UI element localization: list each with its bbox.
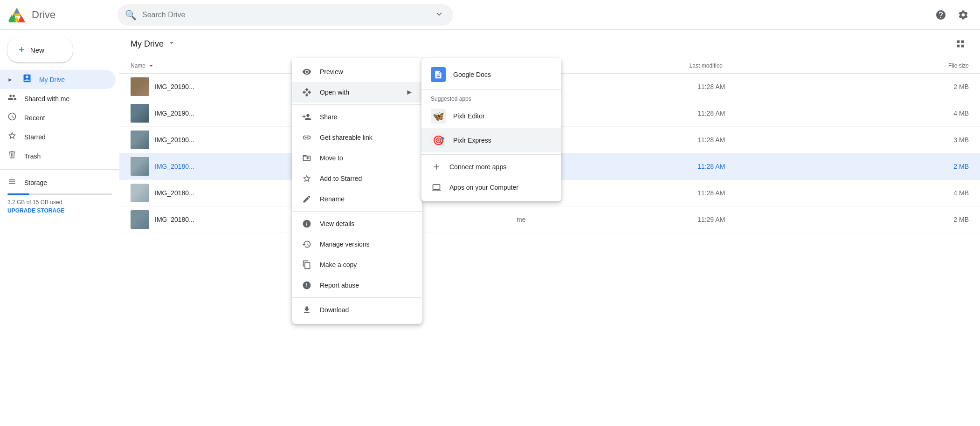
- search-icon: 🔍: [125, 9, 137, 21]
- suggested-apps-label: Suggested apps: [421, 92, 561, 104]
- trash-icon: [7, 150, 17, 162]
- pixlr-editor-label: Pixlr Editor: [453, 112, 485, 120]
- submenu-chevron-icon: ►: [406, 88, 413, 96]
- file-size: 2 MB: [878, 216, 969, 223]
- file-owner: me: [517, 216, 697, 223]
- new-button-label: New: [30, 46, 44, 54]
- file-thumbnail: [131, 184, 149, 202]
- sidebar-item-trash-label: Trash: [24, 152, 41, 160]
- storage-used-text: 3.2 GB of 15 GB used: [7, 199, 112, 206]
- menu-divider-2: [292, 211, 422, 212]
- storage-bar-background: [7, 193, 112, 195]
- report-icon: [301, 280, 312, 291]
- file-thumbnail: [131, 157, 149, 176]
- context-menu-manage-versions[interactable]: Manage versions: [292, 234, 422, 254]
- context-menu-make-copy[interactable]: Make a copy: [292, 254, 422, 275]
- storage-section: Storage 3.2 GB of 15 GB used UPGRADE STO…: [0, 173, 119, 218]
- sidebar-item-recent-label: Recent: [24, 114, 45, 122]
- drive-title-dropdown[interactable]: [167, 39, 176, 49]
- file-modified: 11:28 AM: [697, 189, 878, 197]
- rename-label: Rename: [320, 195, 413, 203]
- move-to-label: Move to: [320, 154, 413, 162]
- plus-icon: +: [19, 44, 25, 56]
- file-modified: 11:29 AM: [697, 216, 878, 223]
- context-menu-view-details[interactable]: View details: [292, 213, 422, 234]
- file-thumbnail: [131, 77, 149, 96]
- submenu-pixlr-express[interactable]: 🎯 Pixlr Express: [421, 128, 561, 152]
- upgrade-storage-link[interactable]: UPGRADE STORAGE: [7, 207, 112, 214]
- chevron-icon: ►: [7, 76, 13, 83]
- sidebar-item-my-drive[interactable]: ► My Drive: [0, 70, 116, 89]
- submenu-top-divider: [421, 89, 561, 90]
- menu-divider-1: [292, 104, 422, 105]
- sidebar-item-shared[interactable]: Shared with me: [0, 89, 116, 108]
- report-abuse-label: Report abuse: [320, 282, 413, 289]
- context-menu-open-with[interactable]: Open with ►: [292, 82, 422, 103]
- sidebar-item-shared-label: Shared with me: [24, 95, 69, 103]
- submenu-pixlr-editor[interactable]: 🦋 Pixlr Editor: [421, 104, 561, 128]
- preview-label: Preview: [320, 68, 413, 76]
- context-menu-share[interactable]: Share: [292, 107, 422, 127]
- storage-label: Storage: [7, 177, 112, 188]
- add-starred-label: Add to Starred: [320, 175, 413, 182]
- submenu-computer-apps[interactable]: Apps on your Computer: [421, 177, 561, 198]
- context-menu-download[interactable]: Download: [292, 300, 422, 320]
- context-menu-preview[interactable]: Preview: [292, 62, 422, 82]
- connect-apps-label: Connect more apps: [449, 163, 506, 171]
- pixlr-express-label: Pixlr Express: [453, 137, 491, 144]
- shared-icon: [7, 93, 17, 104]
- download-icon: [301, 304, 312, 316]
- app-name-text: Drive: [32, 9, 55, 21]
- submenu-connect-apps[interactable]: Connect more apps: [421, 157, 561, 177]
- context-menu: Preview Open with ►: [292, 58, 422, 324]
- settings-button[interactable]: [954, 6, 973, 24]
- context-menu-move-to[interactable]: Move to: [292, 148, 422, 168]
- share-icon: [301, 111, 312, 123]
- view-details-label: View details: [320, 220, 413, 227]
- link-icon: [301, 132, 312, 143]
- context-menu-add-starred[interactable]: Add to Starred: [292, 168, 422, 189]
- help-button[interactable]: [932, 6, 950, 24]
- copy-icon: [301, 259, 312, 270]
- table-row[interactable]: IMG_20180... me 11:29 AM 2 MB: [119, 206, 980, 233]
- main-content: My Drive Name Owner Las: [119, 30, 980, 426]
- preview-icon: [301, 66, 312, 77]
- context-menu-rename[interactable]: Rename: [292, 189, 422, 209]
- storage-bar-fill: [7, 193, 29, 195]
- sidebar-divider: [0, 169, 119, 170]
- file-size: 4 MB: [878, 110, 969, 117]
- file-thumbnail: [131, 104, 149, 123]
- menu-divider-3: [292, 297, 422, 298]
- open-with-submenu: Google Docs Suggested apps 🦋 Pixlr Edito…: [421, 58, 561, 201]
- make-copy-label: Make a copy: [320, 261, 413, 268]
- search-dropdown-button[interactable]: [433, 7, 446, 22]
- download-label: Download: [320, 306, 413, 314]
- drive-logo-clean: [7, 7, 26, 23]
- file-thumbnail: [131, 131, 149, 149]
- versions-icon: [301, 239, 312, 250]
- search-input[interactable]: [142, 11, 427, 19]
- context-menu-shareable-link[interactable]: Get shareable link: [292, 127, 422, 148]
- file-size: 2 MB: [878, 163, 969, 170]
- context-menu-report-abuse[interactable]: Report abuse: [292, 275, 422, 295]
- col-header-modified: Last modified: [690, 62, 876, 69]
- move-to-icon: [301, 152, 312, 164]
- app-logo: Drive: [7, 6, 110, 24]
- star-icon: [301, 173, 312, 184]
- google-docs-icon: [431, 67, 446, 82]
- storage-text: Storage: [24, 179, 47, 186]
- file-modified: 11:28 AM: [697, 136, 878, 144]
- col-header-size: File size: [876, 62, 969, 69]
- sidebar-item-starred[interactable]: Starred: [0, 127, 116, 146]
- file-size: 4 MB: [878, 189, 969, 197]
- file-size: 2 MB: [878, 83, 969, 90]
- sidebar-item-trash[interactable]: Trash: [0, 146, 116, 165]
- manage-versions-label: Manage versions: [320, 240, 413, 248]
- sidebar-item-recent[interactable]: Recent: [0, 108, 116, 127]
- info-icon: [301, 218, 312, 229]
- sidebar-item-starred-label: Starred: [24, 133, 46, 141]
- file-thumbnail: [131, 210, 149, 229]
- grid-view-button[interactable]: [952, 35, 969, 52]
- new-button[interactable]: + New: [7, 37, 73, 62]
- submenu-google-docs[interactable]: Google Docs: [421, 62, 561, 88]
